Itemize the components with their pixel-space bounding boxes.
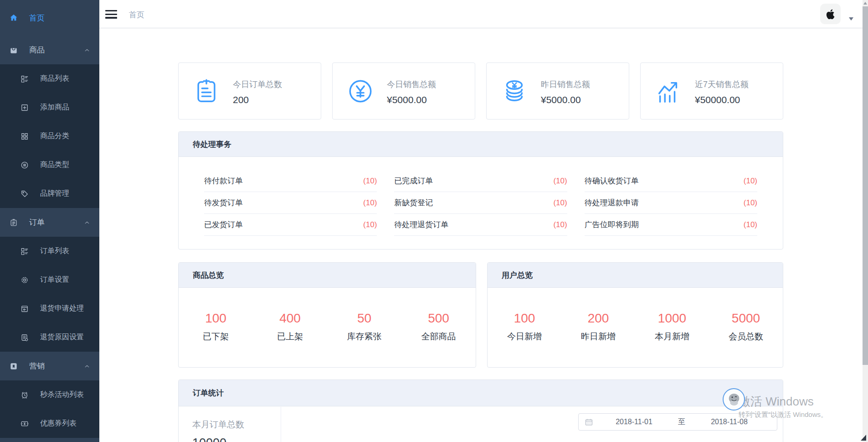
- order-clipboard-icon: [193, 78, 220, 104]
- todo-item-label: 已完成订单: [394, 176, 433, 186]
- sidebar-group-marketing[interactable]: 营销: [0, 352, 99, 380]
- stat-new-month: 1000本月新增: [635, 311, 709, 343]
- stat-value: 1000: [635, 311, 709, 326]
- sidebar-item-label: 首页: [29, 13, 45, 23]
- stat-label: 昨日新增: [561, 331, 635, 343]
- sidebar-item-label: 商品分类: [40, 131, 69, 141]
- clipboard-icon: [9, 218, 18, 227]
- sidebar-item-home[interactable]: 首页: [0, 4, 99, 32]
- sidebar-item-label: 商品列表: [40, 74, 69, 83]
- clipboard-gear-icon: [20, 333, 29, 342]
- stat-label: 今日新增: [488, 331, 561, 343]
- todo-item-label: 已发货订单: [204, 219, 243, 230]
- sidebar-item-label: 优惠券列表: [40, 419, 77, 428]
- submenu-marketing: 秒杀活动列表 优惠券列表: [0, 380, 99, 438]
- list-icon: [20, 74, 29, 83]
- user-overview-stats: 100今日新增 200昨日新增 1000本月新增 5000会员总数: [488, 288, 783, 343]
- stat-value: 100: [488, 311, 561, 326]
- gear-icon: [20, 276, 29, 285]
- todo-item-completed-orders[interactable]: 已完成订单(10): [394, 170, 567, 192]
- sidebar-item-return-request[interactable]: 退货申请处理: [0, 294, 99, 323]
- sidebar-item-label: 品牌管理: [40, 189, 69, 198]
- order-statistics-panel: 订单统计 本月订单总数 10000 2018-11-01 至 2018-11-0…: [178, 380, 783, 442]
- stat-low-stock: 50库存紧张: [327, 311, 401, 343]
- sidebar-item-coupon-list[interactable]: 优惠券列表: [0, 409, 99, 438]
- todo-item-count: (10): [744, 220, 757, 229]
- sidebar-item-return-reason[interactable]: 退货原因设置: [0, 323, 99, 352]
- sidebar-item-order-settings[interactable]: 订单设置: [0, 265, 99, 294]
- todo-item-label: 广告位即将到期: [585, 219, 639, 230]
- stat-card-value: ¥5000.00: [541, 94, 590, 105]
- stat-value: 50: [327, 311, 401, 326]
- yen-circle-icon: [347, 78, 374, 104]
- scrollbar-thumb[interactable]: [863, 6, 868, 365]
- sidebar-group-orders[interactable]: 订单: [0, 208, 99, 237]
- add-square-icon: [20, 103, 29, 112]
- home-icon: [9, 13, 18, 22]
- todo-item-return-orders[interactable]: 待处理退货订单(10): [394, 214, 567, 236]
- stat-card-yesterday-sales: 昨日销售总额 ¥5000.00: [486, 62, 629, 120]
- avatar[interactable]: [820, 4, 841, 24]
- sidebar-item-flash-sale-list[interactable]: 秒杀活动列表: [0, 380, 99, 409]
- todo-item-label: 待发货订单: [204, 198, 243, 208]
- coin-stack-icon: [501, 78, 528, 104]
- sidebar-group-products[interactable]: 商品: [0, 36, 99, 64]
- breadcrumb[interactable]: 首页: [129, 10, 144, 20]
- todo-item-label: 待处理退款申请: [585, 198, 639, 208]
- sidebar-item-order-list[interactable]: 订单列表: [0, 237, 99, 265]
- sidebar-item-product-category[interactable]: 商品分类: [0, 122, 99, 151]
- metric-value: 10000: [192, 436, 281, 442]
- stat-card-title: 昨日销售总额: [541, 79, 590, 90]
- scrollbar-up-arrow-icon[interactable]: [863, 2, 867, 5]
- todo-item-count: (10): [553, 220, 567, 229]
- todo-item-label: 待处理退货订单: [394, 219, 448, 230]
- stat-card-today-orders: 今日订单总数 200: [178, 62, 321, 120]
- todo-item-ad-expiring[interactable]: 广告位即将到期(10): [585, 214, 757, 236]
- page-scrollbar[interactable]: [863, 0, 868, 442]
- order-statistics-title: 订单统计: [179, 380, 783, 406]
- todo-item-label: 待付款订单: [204, 176, 243, 186]
- todo-item-refund-requests[interactable]: 待处理退款申请(10): [585, 192, 757, 214]
- submenu-products: 商品列表 添加商品 商品分类 商品类型 品牌管理: [0, 64, 99, 208]
- qq-penguin-icon[interactable]: [723, 388, 745, 411]
- shopping-bag-icon: [9, 46, 18, 55]
- chevron-up-icon: [84, 219, 90, 226]
- stat-card-value: ¥5000.00: [387, 94, 436, 105]
- topbar: 首页: [99, 0, 863, 28]
- sidebar-item-label: 订单设置: [40, 275, 69, 285]
- stat-card-value: 200: [233, 94, 282, 105]
- apple-logo-icon: [824, 8, 837, 21]
- sidebar-item-product-list[interactable]: 商品列表: [0, 64, 99, 93]
- product-overview-title: 商品总览: [179, 263, 476, 288]
- stat-label: 全部商品: [401, 331, 476, 343]
- stat-all-products: 500全部商品: [401, 311, 476, 343]
- date-start-value[interactable]: 2018-11-01: [593, 418, 675, 426]
- calendar-icon: [585, 418, 593, 426]
- product-overview-panel: 商品总览 100已下架 400已上架 50库存紧张 500全部商品: [178, 262, 476, 368]
- todo-item-confirm-receipt-orders[interactable]: 待确认收货订单(10): [585, 170, 757, 192]
- sidebar-item-label: 添加商品: [40, 103, 69, 112]
- todo-item-label: 待确认收货订单: [585, 176, 639, 186]
- todo-item-to-ship-orders[interactable]: 待发货订单(10): [204, 192, 377, 214]
- stat-value: 500: [401, 311, 476, 326]
- todo-item-unpaid-orders[interactable]: 待付款订单(10): [204, 170, 377, 192]
- hamburger-icon[interactable]: [105, 10, 117, 18]
- stat-value: 5000: [709, 311, 783, 326]
- stat-new-yesterday: 200昨日新增: [561, 311, 635, 343]
- stat-off-shelf: 100已下架: [179, 311, 253, 343]
- tag-icon: [20, 189, 29, 198]
- chevron-up-icon: [84, 363, 90, 369]
- windows-activation-watermark-line2: 转到“设置”以激活 Windows。: [739, 411, 827, 419]
- stat-card-today-sales: 今日销售总额 ¥5000.00: [332, 62, 475, 120]
- sidebar-item-brand-management[interactable]: 品牌管理: [0, 179, 99, 208]
- todo-item-shipped-orders[interactable]: 已发货订单(10): [204, 214, 377, 236]
- todo-item-new-stockout[interactable]: 新缺货登记(10): [394, 192, 567, 214]
- todo-list: 待付款订单(10) 已完成订单(10) 待确认收货订单(10) 待发货订单(10…: [179, 157, 783, 236]
- caret-down-icon[interactable]: [849, 17, 853, 21]
- sidebar-item-product-type[interactable]: 商品类型: [0, 151, 99, 179]
- bookmark-icon: [9, 362, 18, 371]
- metric-label: 本月订单总数: [192, 419, 281, 431]
- sidebar-item-label: 商品类型: [40, 160, 69, 170]
- sidebar-item-add-product[interactable]: 添加商品: [0, 93, 99, 122]
- stat-on-shelf: 400已上架: [253, 311, 327, 343]
